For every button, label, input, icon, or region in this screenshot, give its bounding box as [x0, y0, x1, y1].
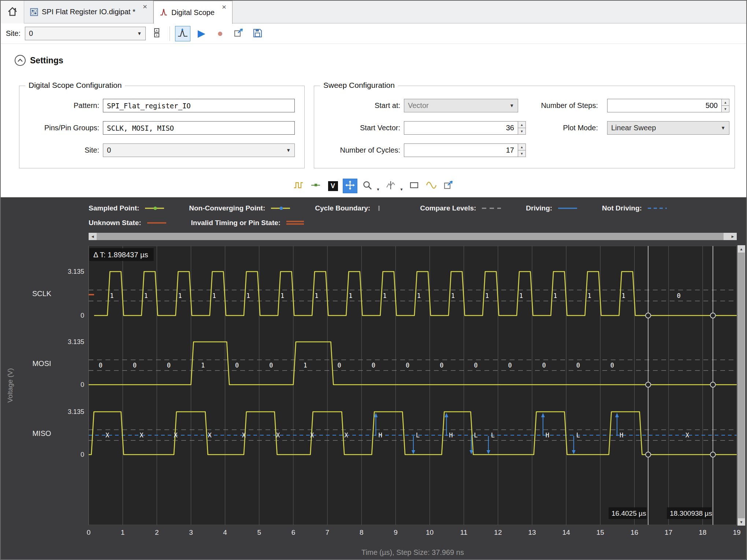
- record-icon: ●: [217, 29, 223, 38]
- y-low-label: 0: [81, 312, 84, 319]
- waveform-plot[interactable]: 012345678910111213141516171819SCLK3.1350…: [1, 197, 747, 559]
- box-zoom-button[interactable]: [407, 179, 421, 193]
- site-config-label: Site:: [19, 143, 99, 157]
- sine-wave-icon: [426, 180, 437, 192]
- sweep-configuration-group: Sweep Configuration Start at: Vector ▼ S…: [314, 86, 735, 168]
- home-button[interactable]: [1, 1, 24, 23]
- plot-mode-dropdown[interactable]: Linear Sweep ▼: [607, 121, 729, 135]
- site-config-dropdown[interactable]: 0 ▼: [103, 143, 295, 157]
- cursor-marker[interactable]: [646, 452, 651, 457]
- dropdown-arrow-icon: ▼: [721, 125, 725, 131]
- digital-pattern-editor-window: { "tabs": [ {"title": "SPI Flat Register…: [0, 0, 747, 560]
- export-button[interactable]: [231, 26, 246, 41]
- zoom-tool-button[interactable]: [360, 179, 375, 193]
- pattern-input[interactable]: SPI_Flat_register_IO: [103, 99, 295, 112]
- state-label: 1: [553, 292, 557, 299]
- main-toolbar: Site: 0 ▼ ▶ ●: [1, 23, 746, 44]
- state-label: 1: [417, 292, 421, 299]
- spin-down-icon[interactable]: ▼: [721, 105, 729, 112]
- save-button[interactable]: [250, 26, 265, 41]
- vertical-scrollbar[interactable]: ▲ ▼: [737, 245, 745, 526]
- collapse-settings-button[interactable]: [15, 55, 26, 66]
- pattern-value: SPI_Flat_register_IO: [107, 102, 191, 110]
- group-title: Sweep Configuration: [320, 81, 398, 90]
- cursor-marker[interactable]: [710, 452, 716, 457]
- x-tick-label: 15: [597, 529, 604, 536]
- pin-site-view-button[interactable]: [149, 26, 164, 41]
- y-low-label: 0: [81, 451, 84, 458]
- state-label: 0: [338, 362, 341, 369]
- state-label: L: [474, 432, 477, 439]
- cursor-tool-button[interactable]: [383, 179, 398, 193]
- state-label: 1: [303, 362, 307, 369]
- x-axis-title: Time (µs), Step Size: 37.969 ns: [361, 548, 464, 556]
- vertical-scrollbar-thumb[interactable]: [738, 253, 745, 518]
- magnifier-icon: [362, 180, 372, 192]
- spin-up-icon[interactable]: ▲: [721, 99, 729, 106]
- graph-export-button[interactable]: [441, 179, 456, 193]
- home-icon: [7, 6, 18, 18]
- start-vector-label: Start Vector:: [314, 121, 400, 135]
- play-icon: ▶: [198, 29, 205, 38]
- state-label: X: [276, 432, 280, 439]
- cursor-marker[interactable]: [710, 313, 716, 318]
- x-tick-label: 4: [223, 529, 227, 536]
- scope-view-button[interactable]: [175, 26, 190, 41]
- spin-up-icon[interactable]: ▲: [518, 143, 526, 150]
- run-button[interactable]: ▶: [194, 26, 209, 41]
- tab-bar: SPI Flat Register IO.digipat * × Digital…: [1, 1, 746, 23]
- state-label: X: [174, 432, 178, 439]
- start-at-dropdown[interactable]: Vector ▼: [404, 99, 518, 112]
- record-button[interactable]: ●: [212, 26, 228, 41]
- state-label: 0: [440, 362, 443, 369]
- state-label: H: [546, 432, 549, 439]
- x-tick-label: 19: [733, 529, 740, 536]
- close-tab-icon[interactable]: ×: [222, 3, 226, 11]
- digital-waveform-view-button[interactable]: [291, 179, 306, 193]
- cursor-marker[interactable]: [710, 382, 716, 387]
- state-label: 0: [542, 362, 546, 369]
- digital-scope-graph: Sampled Point:Non-Converging Point:Cycle…: [1, 197, 746, 559]
- state-label: 1: [383, 292, 386, 299]
- spin-down-icon[interactable]: ▼: [518, 150, 526, 157]
- dropdown-arrow-icon: ▼: [509, 103, 514, 108]
- voltage-view-button[interactable]: V: [326, 179, 340, 193]
- scroll-up-icon[interactable]: ▲: [737, 245, 745, 253]
- spin-up-icon[interactable]: ▲: [518, 121, 526, 128]
- number-of-cycles-spinner[interactable]: ▲ ▼: [518, 143, 526, 157]
- pins-label: Pins/Pin Groups:: [19, 121, 99, 135]
- number-of-steps-input[interactable]: 500: [607, 99, 722, 112]
- close-tab-icon[interactable]: ×: [143, 3, 147, 10]
- state-label: 0: [269, 362, 273, 369]
- analog-waveform-button[interactable]: [424, 179, 439, 193]
- scroll-down-icon[interactable]: ▼: [737, 518, 745, 526]
- start-vector-spinner[interactable]: ▲ ▼: [518, 121, 526, 135]
- tab-digital-scope[interactable]: Digital Scope ×: [153, 1, 233, 24]
- plot-canvas[interactable]: [89, 246, 737, 525]
- analog-levels-view-button[interactable]: [308, 179, 323, 193]
- x-tick-label: 2: [155, 529, 159, 536]
- export-icon: [443, 180, 454, 192]
- state-label: H: [378, 432, 382, 439]
- x-tick-label: 17: [665, 529, 672, 536]
- zoom-tool-dropdown[interactable]: ▼: [375, 179, 381, 193]
- cursor-marker[interactable]: [646, 382, 651, 387]
- spin-down-icon[interactable]: ▼: [518, 128, 526, 135]
- pins-input[interactable]: SCLK, MOSI, MISO: [103, 121, 295, 135]
- state-label: 0: [610, 362, 614, 369]
- start-vector-input[interactable]: 36: [404, 121, 518, 135]
- number-of-steps-spinner[interactable]: ▲ ▼: [722, 99, 729, 112]
- state-label: L: [491, 432, 495, 439]
- state-label: 1: [622, 292, 625, 299]
- state-label: 1: [519, 292, 523, 299]
- site-dropdown[interactable]: 0 ▼: [25, 27, 146, 40]
- state-label: 0: [372, 362, 375, 369]
- y-high-label: 3.135: [68, 268, 84, 275]
- cursor-tool-dropdown[interactable]: ▼: [399, 179, 404, 193]
- tab-spi-flat-register-io[interactable]: SPI Flat Register IO.digipat * ×: [24, 1, 153, 23]
- start-vector-value: 36: [506, 124, 514, 132]
- pointer-tool-button[interactable]: [343, 179, 357, 193]
- number-of-cycles-input[interactable]: 17: [404, 143, 518, 157]
- cursor-marker[interactable]: [646, 313, 651, 318]
- state-label: X: [310, 432, 314, 439]
